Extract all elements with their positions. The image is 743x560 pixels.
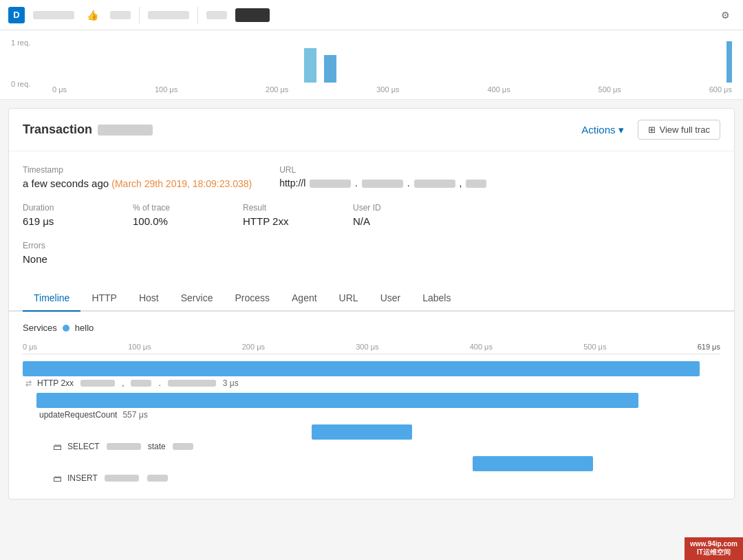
meta-row-1: Timestamp a few seconds ago (March 29th … [23,165,720,189]
actions-button[interactable]: Actions ▾ [576,121,629,139]
url-field: URL http://l . . , [279,165,488,189]
tab-timeline[interactable]: Timeline [23,286,80,312]
x-label-6: 600 μs [709,85,732,94]
span-type-label-2: SELECT [67,442,100,451]
span-row-1[interactable]: updateRequestCount 557 μs [23,393,720,422]
actions-chevron-icon: ▾ [618,124,624,136]
services-row: Services hello [23,323,720,333]
user-id-field: User ID N/A [353,203,435,227]
span-track-3 [50,456,720,471]
tab-url[interactable]: URL [328,286,369,312]
histogram-bars [52,41,732,83]
timestamp-field: Timestamp a few seconds ago (March 29th … [23,165,252,189]
span-id-blur-3 [168,380,216,387]
span-row-3[interactable]: 🗃 INSERT [23,456,720,485]
duration-value: 619 μs [23,215,105,227]
meta-row-3: Errors None [23,241,720,265]
y-label-top: 1 req. [11,39,52,47]
db-icon-2: 🗃 [53,473,62,484]
hist-bar-1 [304,48,316,83]
ruler-0: 0 μs [23,343,37,351]
services-label: Services [23,323,57,333]
span-duration-0: 3 μs [223,378,239,388]
view-full-trace-button[interactable]: ⊞ View full trac [638,120,720,140]
transaction-header: Transaction Actions ▾ ⊞ View full trac [9,109,734,151]
tab-host[interactable]: Host [128,286,170,312]
url-label: URL [279,165,488,175]
x-label-5: 500 μs [599,85,621,94]
tab-agent[interactable]: Agent [281,286,328,312]
span-duration-1: 557 μs [122,410,147,420]
ruler-end: 619 μs [698,343,720,351]
tx-header-right: Actions ▾ ⊞ View full trac [576,120,720,140]
url-blur-3 [414,180,455,188]
settings-icon[interactable]: ⚙ [715,6,735,25]
transaction-id-blur [98,125,153,136]
view-full-trace-label: View full trac [660,125,710,135]
duration-label: Duration [23,203,105,213]
span-bar-1 [36,393,638,408]
nav-thumb-icon[interactable]: 👍 [83,6,102,25]
user-id-value: N/A [353,215,435,227]
span-row-2[interactable]: 🗃 SELECT state [23,424,720,453]
top-nav: D 👍 ⚙ [0,0,743,30]
x-label-3: 300 μs [376,85,399,94]
span-label-row-1: updateRequestCount 557 μs [36,408,720,422]
span-sep2: . [158,378,160,388]
x-label-4: 400 μs [487,85,510,94]
url-value: http://l . . , [279,177,488,189]
tab-http[interactable]: HTTP [80,286,128,312]
tab-user[interactable]: User [369,286,412,312]
histogram-area: 1 req. 0 req. 0 μs 100 μs 200 μs 300 μs … [0,30,743,100]
ruler-4: 400 μs [470,343,493,351]
span-label-row-3: 🗃 INSERT [50,471,720,485]
x-label-0: 0 μs [52,85,67,94]
nav-item-3 [148,11,189,19]
span-from: state [148,442,166,451]
pct-trace-label: % of trace [133,203,215,213]
duration-field: Duration 619 μs [23,203,105,227]
transaction-title-text: Transaction [23,122,92,137]
span-type-label: HTTP 2xx [37,378,74,388]
timeline-ruler: 0 μs 100 μs 200 μs 300 μs 400 μs 500 μs … [23,343,720,354]
span-sep: , [122,378,124,388]
span-bar-0 [23,361,700,376]
ruler-3: 300 μs [356,343,378,351]
y-label-bot: 0 req. [11,80,52,88]
errors-label: Errors [23,241,105,250]
errors-field: Errors None [23,241,105,265]
nav-separator-2 [197,7,198,23]
result-field: Result HTTP 2xx [243,203,325,227]
hist-bar-2 [324,55,336,83]
nav-item-1 [33,11,74,19]
meta-row-2: Duration 619 μs % of trace 100.0% Result… [23,203,720,227]
tab-service[interactable]: Service [170,286,224,312]
tab-labels[interactable]: Labels [411,286,462,312]
span-label-row-2: 🗃 SELECT state [50,440,720,453]
nav-separator [139,7,140,23]
span-track-0 [23,361,720,376]
result-label: Result [243,203,325,213]
span-id-blur-2 [131,380,151,387]
pct-trace-field: % of trace 100.0% [133,203,215,227]
avatar[interactable]: D [8,7,25,23]
view-full-trace-icon: ⊞ [648,125,656,135]
ruler-5: 500 μs [583,343,606,351]
span-row-0[interactable]: ⇄ HTTP 2xx , . 3 μs [23,361,720,390]
span-blur-6 [173,443,193,450]
tab-process[interactable]: Process [224,286,281,312]
span-type-label-1: updateRequestCount [39,410,117,420]
result-value: HTTP 2xx [243,215,325,227]
url-dot-2: . [407,177,410,189]
span-bar-3 [473,456,593,471]
pct-trace-value: 100.0% [133,215,215,227]
service-dot [63,325,69,332]
x-label-1: 100 μs [155,85,177,94]
nav-item-4 [206,11,227,19]
span-expand-icon: ⇄ [25,379,32,388]
span-type-label-3: INSERT [67,473,98,483]
main-card: Transaction Actions ▾ ⊞ View full trac T… [8,108,735,499]
tabs-bar: Timeline HTTP Host Service Process Agent… [9,286,734,312]
ruler-1: 100 μs [128,343,151,351]
errors-value: None [23,253,105,265]
